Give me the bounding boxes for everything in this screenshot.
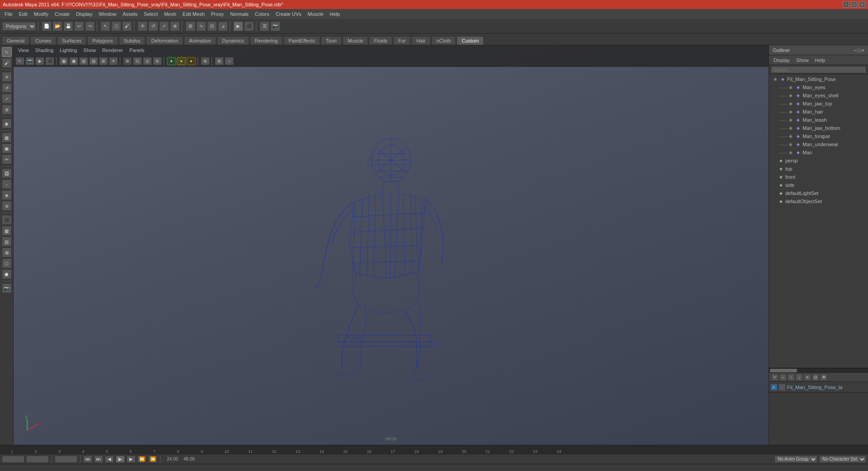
outliner-item-man_jaw_bottom[interactable]: ——◉◆Man_jaw_bottom: [769, 124, 868, 132]
show-manip-btn[interactable]: ⊕: [2, 105, 12, 114]
menu-edit-mesh[interactable]: Edit Mesh: [180, 10, 208, 18]
tab-muscle[interactable]: Muscle: [343, 36, 368, 45]
soft-sel-btn[interactable]: ◉: [2, 119, 12, 128]
lattice-btn[interactable]: ⊠: [2, 247, 12, 257]
tab-ncloth[interactable]: nCloth: [432, 36, 456, 45]
go-end-btn[interactable]: ⏪: [148, 456, 157, 463]
next-key-btn[interactable]: ⏩: [137, 456, 146, 463]
visibility-icon[interactable]: ◉: [788, 125, 793, 131]
current-frame-input[interactable]: 1.00: [26, 456, 49, 463]
vp-sync-btn[interactable]: ↔: [225, 57, 234, 65]
layer-add-btn[interactable]: +: [771, 374, 778, 381]
move-tool-btn[interactable]: ✛: [137, 21, 147, 31]
rotate-btn[interactable]: ↺: [2, 83, 12, 93]
tab-animation[interactable]: Animation: [184, 36, 216, 45]
ep-btn[interactable]: ▣: [2, 143, 12, 153]
outliner-menu-help[interactable]: Help: [812, 57, 828, 64]
menu-mesh[interactable]: Mesh: [161, 10, 179, 18]
outliner-menu-display[interactable]: Display: [771, 57, 793, 64]
menu-file[interactable]: File: [2, 10, 15, 18]
render-btn[interactable]: ▶: [233, 21, 243, 31]
new-file-btn[interactable]: 📄: [42, 21, 52, 31]
visibility-icon[interactable]: ◉: [788, 117, 793, 123]
menu-help[interactable]: Help: [327, 10, 343, 18]
viewport-menu-show[interactable]: Show: [81, 47, 99, 54]
select-tool-btn[interactable]: ↖: [100, 21, 110, 31]
vp-wire-btn[interactable]: ▦: [59, 57, 68, 65]
tab-polygons[interactable]: Polygons: [87, 36, 118, 45]
pencil-btn[interactable]: ✏: [2, 154, 12, 164]
prev-frame-btn[interactable]: ◀: [105, 456, 114, 463]
outliner-item-fit_man_sitting_pose[interactable]: ◉◆Fit_Man_Sitting_Pose: [769, 75, 868, 83]
outliner-search-input[interactable]: [771, 66, 866, 73]
tab-fluids[interactable]: Fluids: [369, 36, 392, 45]
visibility-icon[interactable]: ◉: [788, 101, 793, 106]
vp-quality3-btn[interactable]: ●: [187, 57, 196, 65]
tab-rendering[interactable]: Rendering: [250, 36, 283, 45]
layer-hide-btn[interactable]: 👁: [820, 374, 827, 381]
layer-render-checkbox[interactable]: [779, 384, 785, 390]
outliner-item-persp[interactable]: ◆persp: [769, 157, 868, 165]
menu-proxy[interactable]: Proxy: [208, 10, 226, 18]
viewport[interactable]: View Shading Lighting Show Renderer Pane…: [14, 45, 769, 445]
outliner-item-man_eyes_shell[interactable]: ——◉◆Man_eyes_shell: [769, 91, 868, 100]
layer-options-btn[interactable]: ≡: [804, 374, 811, 381]
menu-assets[interactable]: Assets: [120, 10, 140, 18]
vp-smooth-btn[interactable]: ▣: [69, 57, 78, 65]
cloth-btn[interactable]: ⬦: [2, 179, 12, 189]
vp-hud-btn[interactable]: ⊡: [133, 57, 142, 65]
menu-normals[interactable]: Normals: [227, 10, 251, 18]
outliner-item-top[interactable]: ◆top: [769, 165, 868, 173]
close-button[interactable]: ×: [859, 1, 865, 8]
vp-flat-btn[interactable]: ▥: [79, 57, 88, 65]
go-start-btn[interactable]: ⏮: [83, 456, 92, 463]
layer-move-dn-btn[interactable]: ↓: [796, 374, 803, 381]
save-file-btn[interactable]: 💾: [63, 21, 73, 31]
tab-toon[interactable]: Toon: [321, 36, 342, 45]
viewport-menu-lighting[interactable]: Lighting: [57, 47, 80, 54]
anim-group-dropdown[interactable]: No Anim Group: [774, 456, 817, 463]
viewport-menu-shading[interactable]: Shading: [33, 47, 56, 54]
ik-btn[interactable]: ⬢: [2, 269, 12, 279]
menu-colors[interactable]: Colors: [252, 10, 272, 18]
scale-btn[interactable]: ⤢: [2, 94, 12, 104]
camera-btn[interactable]: 📷: [270, 21, 280, 31]
sculpt-btn[interactable]: ◈: [2, 190, 12, 200]
vp-uv-btn[interactable]: ⊞: [99, 57, 108, 65]
redo-btn[interactable]: ↪: [85, 21, 95, 31]
snap-point-btn[interactable]: ⊡: [207, 21, 217, 31]
vp-light-btn[interactable]: ☀: [109, 57, 118, 65]
menu-modify[interactable]: Modify: [31, 10, 51, 18]
outliner-item-man_eyes[interactable]: ——◉◆Man_eyes: [769, 83, 868, 91]
outliner-item-man_leash[interactable]: ——◉◆Man_leash: [769, 116, 868, 124]
minimize-button[interactable]: −: [843, 1, 849, 8]
outliner-item-defaultobjectset[interactable]: ◆defaultObjectSet: [769, 197, 868, 205]
visibility-icon[interactable]: ◉: [788, 150, 793, 155]
menu-create[interactable]: Create: [52, 10, 72, 18]
tab-fur[interactable]: Fur: [393, 36, 411, 45]
paint-btn[interactable]: 🖌: [2, 58, 12, 68]
create-nurbs-btn[interactable]: ▥: [2, 237, 12, 247]
visibility-icon[interactable]: ◉: [788, 109, 793, 114]
tab-dynamics[interactable]: Dynamics: [217, 36, 249, 45]
rotate-tool-btn[interactable]: ↺: [148, 21, 158, 31]
undo-btn[interactable]: ↩: [74, 21, 84, 31]
open-file-btn[interactable]: 📂: [52, 21, 62, 31]
vp-shade-btn[interactable]: ⬛: [45, 57, 54, 65]
vp-quality1-btn[interactable]: ●: [167, 57, 176, 65]
outliner-item-man_underwear[interactable]: ——◉◆Man_underwear: [769, 140, 868, 148]
visibility-icon[interactable]: ◉: [788, 85, 793, 90]
tab-painteffects[interactable]: PaintEffects: [283, 36, 320, 45]
vp-aa-btn[interactable]: ◎: [143, 57, 152, 65]
select-btn[interactable]: ↖: [2, 47, 12, 57]
outliner-menu-show[interactable]: Show: [793, 57, 811, 64]
menu-muscle[interactable]: Muscle: [305, 10, 326, 18]
outliner-item-side[interactable]: ◆side: [769, 181, 868, 189]
tab-curves[interactable]: Curves: [30, 36, 56, 45]
outliner-maximize[interactable]: □: [858, 48, 861, 53]
frame-input[interactable]: 1: [55, 456, 77, 463]
prev-key-btn[interactable]: ⏭: [94, 456, 103, 463]
menu-select[interactable]: Select: [141, 10, 160, 18]
snap-curve-btn[interactable]: ∿: [196, 21, 206, 31]
tab-custom[interactable]: Custom: [457, 36, 484, 45]
